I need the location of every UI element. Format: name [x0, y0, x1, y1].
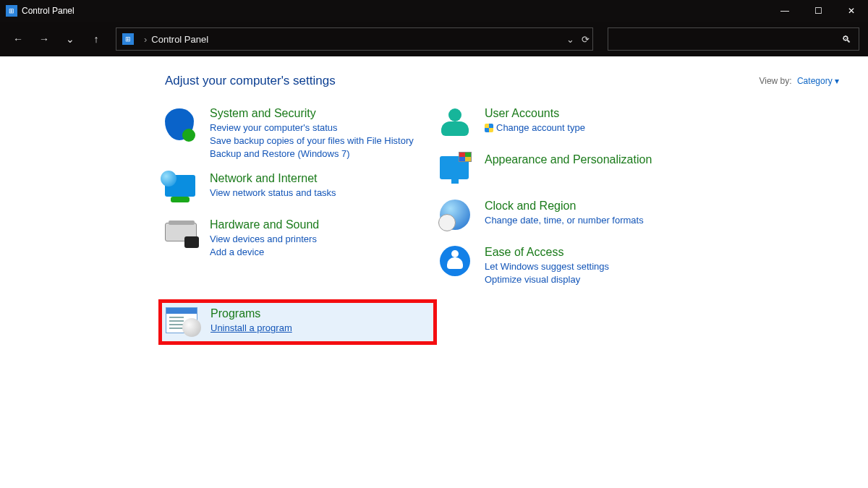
close-button[interactable]: ✕ [835, 0, 868, 22]
back-button[interactable]: ← [7, 28, 29, 50]
link-suggest-settings[interactable]: Let Windows suggest settings [485, 260, 609, 273]
user-icon [440, 108, 469, 137]
category-clock-region[interactable]: Clock and Region Change date, time, or n… [440, 195, 715, 241]
view-by-label: View by: Category ▾ [759, 76, 839, 86]
link-view-devices[interactable]: View devices and printers [210, 233, 319, 246]
page-heading: Adjust your computer's settings [165, 74, 336, 88]
view-by-dropdown[interactable]: Category ▾ [797, 76, 839, 86]
category-system-security[interactable]: System and Security Review your computer… [165, 103, 440, 168]
monitor-icon [440, 156, 469, 179]
category-title[interactable]: Programs [210, 307, 292, 320]
link-file-history[interactable]: Save backup copies of your files with Fi… [210, 134, 414, 147]
address-bar[interactable]: › Control Panel ⌄ ⟳ [116, 27, 593, 51]
search-input[interactable]: 🔍︎ [608, 27, 859, 51]
accessibility-icon [440, 246, 470, 276]
nav-bar: ← → ⌄ ↑ › Control Panel ⌄ ⟳ 🔍︎ [0, 22, 868, 56]
category-network-internet[interactable]: Network and Internet View network status… [165, 168, 440, 214]
title-bar: Control Panel — ☐ ✕ [0, 0, 868, 22]
link-add-device[interactable]: Add a device [210, 246, 319, 259]
up-button[interactable]: ↑ [85, 28, 107, 50]
link-uninstall-program[interactable]: Uninstall a program [210, 322, 292, 335]
minimize-button[interactable]: — [768, 0, 801, 22]
category-right-column: User Accounts Change account type Appear… [440, 103, 715, 294]
category-title[interactable]: System and Security [210, 107, 414, 120]
window-title: Control Panel [22, 6, 75, 16]
link-optimize-display[interactable]: Optimize visual display [485, 273, 609, 286]
category-hardware-sound[interactable]: Hardware and Sound View devices and prin… [165, 214, 440, 266]
link-backup-restore[interactable]: Backup and Restore (Windows 7) [210, 147, 414, 160]
category-title[interactable]: Clock and Region [485, 200, 644, 213]
category-title[interactable]: Appearance and Personalization [485, 153, 652, 166]
category-ease-of-access[interactable]: Ease of Access Let Windows suggest setti… [440, 241, 715, 294]
category-title[interactable]: Ease of Access [485, 246, 609, 259]
forward-button[interactable]: → [33, 28, 55, 50]
address-icon [122, 33, 134, 45]
breadcrumb-separator: › [144, 34, 147, 45]
category-title[interactable]: Network and Internet [210, 172, 336, 185]
category-appearance[interactable]: Appearance and Personalization [440, 149, 715, 195]
uac-shield-icon [485, 124, 493, 132]
category-left-column: System and Security Review your computer… [165, 103, 440, 294]
maximize-button[interactable]: ☐ [801, 0, 835, 22]
recent-locations-button[interactable]: ⌄ [59, 28, 81, 50]
content-area: Adjust your computer's settings View by:… [0, 56, 868, 488]
category-title[interactable]: Hardware and Sound [210, 218, 319, 231]
programs-icon [166, 307, 197, 333]
search-icon: 🔍︎ [842, 34, 851, 45]
breadcrumb-dropdown-icon[interactable]: ⌄ [566, 34, 574, 45]
link-network-status[interactable]: View network status and tasks [210, 187, 336, 200]
category-programs-highlighted[interactable]: Programs Uninstall a program [158, 299, 437, 345]
refresh-button[interactable]: ⟳ [582, 34, 590, 45]
link-change-account-type[interactable]: Change account type [485, 121, 585, 134]
link-change-date-time[interactable]: Change date, time, or number formats [485, 214, 644, 227]
shield-icon [165, 108, 194, 140]
control-panel-icon [6, 5, 17, 17]
link-review-status[interactable]: Review your computer's status [210, 121, 414, 134]
category-user-accounts[interactable]: User Accounts Change account type [440, 103, 715, 149]
breadcrumb-location[interactable]: Control Panel [151, 34, 208, 45]
window-controls: — ☐ ✕ [768, 0, 868, 22]
category-title[interactable]: User Accounts [485, 107, 585, 120]
clock-globe-icon [440, 200, 470, 230]
globe-monitor-icon [165, 175, 195, 197]
printer-camera-icon [165, 223, 197, 241]
